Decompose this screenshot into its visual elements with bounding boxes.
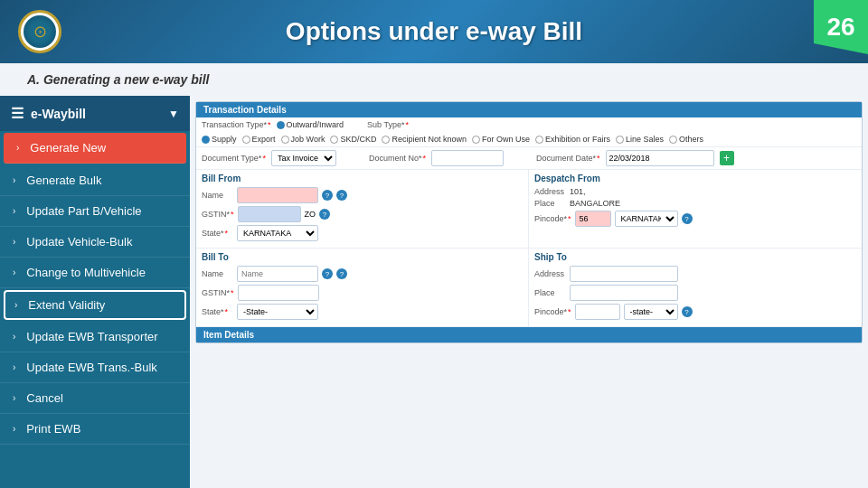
subtitle: A. Generating a new e-way bill [27,72,841,87]
info-icon-7: ? [682,306,693,317]
radio-dot [669,136,677,144]
ship-place-row: Place [534,285,856,301]
gstin-suffix: ZO [305,210,316,219]
sidebar-item-update-ewb-trans-bulk[interactable]: › Update EWB Trans.-Bulk [0,352,190,383]
sidebar-item-print-ewb[interactable]: › Print EWB [0,414,190,445]
sidebar-item-label: Print EWB [26,422,80,436]
radio-dot [202,136,210,144]
sidebar-item-generate-bulk[interactable]: › Generate Bulk [0,165,190,196]
sidebar-item-label: Generate Bulk [26,174,101,187]
ship-state-select[interactable]: -state- [624,304,678,320]
radio-for-own-use[interactable]: For Own Use [472,135,530,144]
state-label-2: State* [202,307,233,316]
radio-dot [382,136,390,144]
sidebar-title: e-Waybill [31,107,86,121]
gstin-input[interactable] [238,206,301,222]
menu-icon: ☰ [11,105,24,122]
bill-from-gstin-row: GSTIN* ZO ? [202,206,523,222]
ship-address-input[interactable] [570,266,678,282]
radio-dot [535,136,543,144]
sidebar-item-label: Generate New [30,141,106,155]
ship-to-title: Ship To [534,252,856,262]
arrow-icon: › [13,393,15,403]
radio-others[interactable]: Others [669,135,703,144]
radio-supply[interactable]: Supply [202,135,237,144]
bill-from-section: Bill From Name ? ? GSTIN* ZO ? Stat [196,170,529,248]
arrow-icon: › [16,143,19,153]
radio-line-sales[interactable]: Line Sales [616,135,664,144]
pincode-row: Pincode* KARNATAKA ? [534,211,856,227]
arrow-icon: › [13,332,15,342]
bill-to-ship-to-section: Bill To Name ? ? GSTIN* State* - [196,249,862,327]
sidebar-item-generate-new[interactable]: › Generate New [4,133,186,164]
pincode-label: Pincode* [534,214,571,223]
page-title: Options under e-way Bill [286,17,582,46]
chevron-down-icon: ▼ [168,108,179,120]
ship-place-input[interactable] [570,285,678,301]
bill-from-title: Bill From [202,174,523,183]
name-label: Name [202,191,233,200]
sidebar-item-change-to-multivehicle[interactable]: › Change to Multivehicle [0,258,190,288]
sidebar-item-update-ewb-transporter[interactable]: › Update EWB Transporter [0,322,190,352]
radio-export[interactable]: Export [242,135,276,144]
document-date-input[interactable] [606,150,714,166]
subtitle-area: A. Generating a new e-way bill [0,63,868,96]
bill-from-name-row: Name ? ? [202,187,523,203]
info-icon-5: ? [322,268,333,279]
arrow-icon: › [13,267,15,277]
transaction-type-radios: Outward/Inward [277,120,344,129]
sidebar-item-label: Extend Validity [28,298,105,312]
add-date-button[interactable]: + [720,151,734,165]
state-label: State* [202,229,233,238]
sidebar-item-update-part-b[interactable]: › Update Part B/Vehicle [0,196,190,227]
address-row: Address 101, [534,187,856,196]
place-row: Place BANGALORE [534,199,856,208]
sidebar-item-cancel[interactable]: › Cancel [0,383,190,414]
ship-pincode-input[interactable] [575,304,620,320]
info-icon-4: ? [682,213,693,224]
address-label-2: Address [534,269,566,278]
bill-to-state-select[interactable]: -State- [237,304,318,320]
bill-to-name-input[interactable] [237,266,318,282]
sidebar-item-label: Update EWB Transporter [26,330,157,343]
pincode-input[interactable] [575,211,611,227]
sub-type-radios: Supply Export Job Work SKD/CKD Recipient… [202,135,703,144]
document-no-input[interactable] [431,150,504,166]
place-value: BANGALORE [570,199,620,208]
sidebar-item-label: Update Vehicle-Bulk [26,235,132,249]
sidebar-item-label: Change to Multivehicle [26,266,146,279]
form-panel: Transaction Details Transaction Type* Ou… [190,96,868,488]
despatch-from-section: Despatch From Address 101, Place BANGALO… [529,170,862,248]
logo: ⊙ [18,10,61,53]
transaction-details-title: Transaction Details [196,102,862,117]
radio-exhibition[interactable]: Exhibition or Fairs [535,135,610,144]
bill-to-gstin-input[interactable] [238,285,319,301]
arrow-icon: › [13,424,15,434]
info-icon-3: ? [319,209,330,220]
sidebar-item-update-vehicle-bulk[interactable]: › Update Vehicle-Bulk [0,227,190,258]
ship-pincode-row: Pincode* -state- ? [534,304,856,320]
info-icon-2: ? [336,190,347,201]
sidebar-item-extend-validity[interactable]: › Extend Validity [4,290,186,320]
bill-from-state-select[interactable]: KARNATAKA [237,225,318,241]
radio-skd-ckd[interactable]: SKD/CKD [330,135,376,144]
despatch-from-title: Despatch From [534,174,856,183]
sub-type-label: Sub Type* [367,120,409,129]
slide-number-badge: 26 [814,0,868,54]
radio-dot [616,136,624,144]
bill-from-name-input[interactable] [237,187,318,203]
info-icon-6: ? [336,268,347,279]
document-type-select[interactable]: Tax Invoice [271,150,336,166]
radio-outward-inward[interactable]: Outward/Inward [277,120,344,129]
dispatch-state-select[interactable]: KARNATAKA [615,211,678,227]
address-value: 101, [570,187,586,196]
arrow-icon: › [14,300,17,310]
radio-recipient-not-known[interactable]: Recipient Not known [382,135,467,144]
logo-inner: ⊙ [24,15,56,48]
arrow-icon: › [13,175,15,185]
bill-to-state-row: State* -State- [202,304,523,320]
bill-to-name-row: Name ? ? [202,266,523,282]
radio-job-work[interactable]: Job Work [281,135,326,144]
place-label: Place [534,199,566,208]
ship-address-row: Address [534,266,856,282]
